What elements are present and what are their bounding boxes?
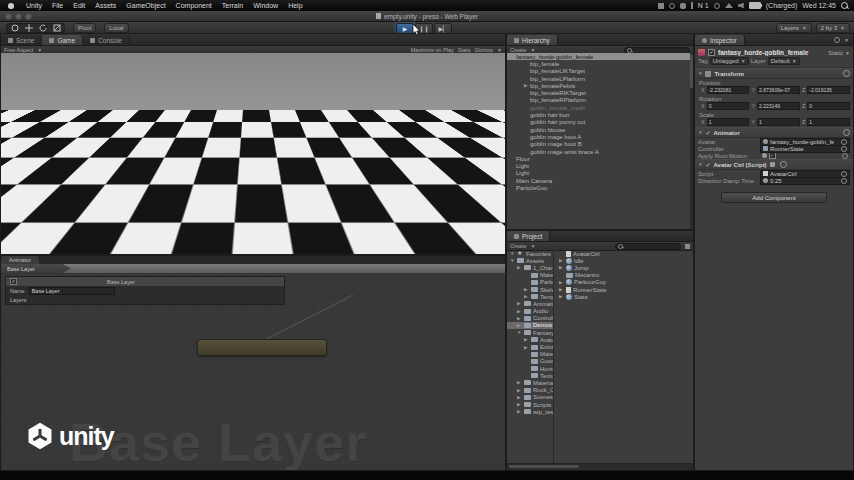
- hierarchy-item[interactable]: ▶ bip_femalePelvis: [507, 82, 690, 89]
- fold-arrow-icon[interactable]: ▶: [524, 294, 529, 299]
- hierarchy-item[interactable]: Light: [507, 170, 690, 177]
- menu-item[interactable]: File: [47, 2, 68, 9]
- help-icon[interactable]: [770, 162, 775, 167]
- fold-arrow-icon[interactable]: ▼: [517, 330, 522, 335]
- clock[interactable]: Wed 12:45: [802, 2, 836, 9]
- project-tree-item[interactable]: ▶ Audio: [507, 308, 553, 315]
- component-checkbox[interactable]: ✓: [705, 161, 710, 168]
- project-tree-item[interactable]: ▶ Animation: [507, 300, 553, 307]
- fold-arrow-icon[interactable]: ▶: [524, 287, 529, 292]
- project-tree-item[interactable]: ▶ Skeleton: [507, 286, 553, 293]
- y-number-field[interactable]: 2.223149: [757, 102, 800, 110]
- layer-dropdown[interactable]: Default▼: [768, 57, 800, 65]
- project-create-button[interactable]: Create: [510, 243, 527, 249]
- hierarchy-item[interactable]: goblin mage boot B: [507, 141, 690, 148]
- project-tree-item[interactable]: Textures: [507, 372, 553, 379]
- space-toggle[interactable]: Local: [104, 23, 128, 33]
- hierarchy-item[interactable]: goblin hair bun: [507, 111, 690, 118]
- object-picker-icon[interactable]: [841, 146, 847, 152]
- fold-arrow-icon[interactable]: ▶: [524, 345, 529, 350]
- hierarchy-item[interactable]: goblin mage boot A: [507, 133, 690, 140]
- eject-icon[interactable]: [691, 2, 693, 9]
- fold-arrow-icon[interactable]: ▶: [517, 309, 522, 314]
- project-tree-item[interactable]: ▶ Rock_Canyon: [507, 387, 553, 394]
- z-number-field[interactable]: -2.019135: [807, 86, 850, 94]
- hierarchy-item[interactable]: goblin blouse: [507, 126, 690, 133]
- project-tree-item[interactable]: ▶ Avatars: [507, 336, 553, 343]
- x-number-field[interactable]: 0: [707, 102, 750, 110]
- gameobject-name[interactable]: fantasy_horde-goblin_female: [718, 49, 825, 56]
- fold-arrow-icon[interactable]: ▶: [559, 265, 564, 270]
- add-component-button[interactable]: Add Component: [721, 192, 827, 203]
- menu-item[interactable]: Help: [283, 2, 307, 9]
- layout-dropdown[interactable]: 2 by 3▼: [816, 23, 850, 33]
- layers-dropdown[interactable]: Layers▼: [776, 23, 812, 33]
- active-checkbox[interactable]: ✓: [708, 49, 715, 56]
- layer-name-input[interactable]: Base Layer: [29, 287, 115, 295]
- lock-icon[interactable]: [834, 37, 840, 43]
- project-tree-item[interactable]: Materials: [507, 272, 553, 279]
- layer-check-icon[interactable]: ✓: [10, 278, 17, 285]
- hand-tool-icon[interactable]: [8, 24, 21, 32]
- hierarchy-item[interactable]: ParticleGoo: [507, 184, 690, 191]
- zoom-button[interactable]: [25, 13, 32, 20]
- fold-arrow-icon[interactable]: ▶: [517, 380, 522, 385]
- wifi-icon[interactable]: [725, 3, 733, 8]
- field-value[interactable]: ✓: [760, 153, 850, 159]
- fold-arrow-icon[interactable]: ▶: [517, 265, 522, 270]
- tab-project[interactable]: Project: [507, 231, 550, 241]
- tag-dropdown[interactable]: Untagged▼: [710, 57, 749, 65]
- fold-arrow-icon[interactable]: ▶: [559, 294, 564, 299]
- sync-icon[interactable]: [714, 3, 720, 9]
- hierarchy-item[interactable]: Main Camera: [507, 177, 690, 184]
- menu-item[interactable]: Terrain: [217, 2, 248, 9]
- project-file-item[interactable]: ▶ Idle: [556, 257, 693, 264]
- view-tab[interactable]: Console: [83, 35, 130, 45]
- project-tree-item[interactable]: ▶ Demos: [507, 322, 553, 329]
- fold-arrow-icon[interactable]: ▶: [517, 402, 522, 407]
- project-tree-item[interactable]: ▼ Fantasy Hord: [507, 329, 553, 336]
- object-picker-icon[interactable]: [841, 178, 847, 184]
- close-button[interactable]: [5, 13, 12, 20]
- transform-component-header[interactable]: ▼ Transform: [695, 68, 853, 79]
- fold-arrow-icon[interactable]: ▶: [517, 316, 522, 321]
- fold-arrow-icon[interactable]: ▶: [559, 280, 564, 285]
- tab-inspector[interactable]: Inspector: [695, 35, 745, 45]
- hierarchy-item[interactable]: bip_female: [507, 60, 690, 67]
- slider-icon[interactable]: [685, 244, 690, 249]
- y-number-field[interactable]: 1: [757, 118, 800, 126]
- hierarchy-item[interactable]: goblin mage wrist brace A: [507, 148, 690, 155]
- fold-arrow-icon[interactable]: ▶: [524, 337, 529, 342]
- animator-component-header[interactable]: ▼✓ Animator: [695, 127, 853, 138]
- menu-item[interactable]: Window: [248, 2, 283, 9]
- project-tree-item[interactable]: ▶ wip_tests: [507, 408, 553, 415]
- window-title-bar[interactable]: empty.unity - preso - Web Player: [0, 11, 854, 22]
- project-tree-item[interactable]: ▼ Favorites: [507, 250, 553, 257]
- fold-arrow-icon[interactable]: ▶: [517, 323, 522, 328]
- gear-icon[interactable]: [843, 129, 850, 136]
- hierarchy-item[interactable]: bip_femaleRPlatform: [507, 97, 690, 104]
- gear-icon[interactable]: [780, 161, 787, 168]
- layer-row[interactable]: ✓ Base Layer: [6, 277, 284, 286]
- z-number-field[interactable]: 1: [807, 118, 850, 126]
- fold-arrow-icon[interactable]: ▶: [517, 409, 522, 414]
- component-checkbox[interactable]: ✓: [705, 129, 710, 136]
- display-icon[interactable]: [658, 3, 664, 9]
- state-node[interactable]: [197, 339, 327, 356]
- project-file-item[interactable]: ▶ Jump: [556, 264, 693, 271]
- project-file-item[interactable]: Mecanim: [556, 272, 693, 279]
- hierarchy-item[interactable]: Light: [507, 162, 690, 169]
- fold-arrow-icon[interactable]: ▶: [517, 301, 522, 306]
- script-component-header[interactable]: ▼✓ Avatar Ctrl (Script): [695, 159, 853, 170]
- time-machine-icon[interactable]: [680, 3, 686, 9]
- project-tree-item[interactable]: ParkourGuy: [507, 279, 553, 286]
- project-tree-item[interactable]: ▶ Materials: [507, 379, 553, 386]
- game-viewport[interactable]: [1, 53, 505, 254]
- volume-icon[interactable]: [738, 3, 744, 9]
- x-number-field[interactable]: 1: [707, 118, 750, 126]
- menu-item[interactable]: GameObject: [121, 2, 170, 9]
- field-value[interactable]: 0.25: [760, 177, 850, 185]
- project-file-item[interactable]: ▶ RunnerState: [556, 286, 693, 293]
- project-file-item[interactable]: ▶ ParkourGuy: [556, 279, 693, 286]
- project-tree-item[interactable]: ▶ 1_Characters: [507, 264, 553, 271]
